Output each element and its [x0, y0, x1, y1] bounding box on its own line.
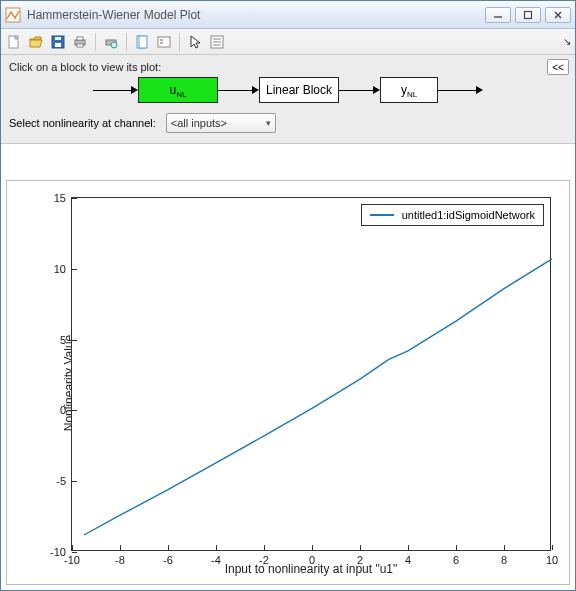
legend[interactable]: untitled1:idSigmoidNetwork: [361, 204, 544, 226]
tile-icon[interactable]: [133, 33, 151, 51]
block-y-nl[interactable]: yNL: [380, 77, 438, 103]
panel-hint: Click on a block to view its plot:: [9, 61, 567, 73]
toolbar-separator: [179, 33, 180, 51]
arrow-mid2: [339, 86, 380, 94]
block-y-nl-label: yNL: [401, 83, 417, 97]
arrow-in: [93, 86, 138, 94]
arrow-out: [438, 86, 483, 94]
y-tick-label: 0: [60, 404, 72, 416]
arrow-mid1: [218, 86, 259, 94]
y-tick-label: 15: [54, 192, 72, 204]
plot-frame: Nonlinearity Value untitled1:idSigmoidNe…: [6, 180, 570, 585]
channel-select-label: Select nonlinearity at channel:: [9, 117, 156, 129]
svg-rect-9: [55, 37, 61, 40]
collapse-button[interactable]: <<: [547, 59, 569, 75]
chevron-down-icon: ▾: [266, 118, 271, 128]
legend-toggle-icon[interactable]: [155, 33, 173, 51]
new-file-icon[interactable]: [5, 33, 23, 51]
plot-area[interactable]: untitled1:idSigmoidNetwork -10-5051015-1…: [71, 197, 551, 551]
svg-point-14: [111, 42, 117, 48]
window-buttons: [485, 7, 571, 23]
save-icon[interactable]: [49, 33, 67, 51]
app-icon: [5, 7, 21, 23]
channel-select[interactable]: <all inputs> ▾: [166, 113, 276, 133]
y-tick-label: -5: [56, 475, 72, 487]
open-file-icon[interactable]: [27, 33, 45, 51]
block-panel: Click on a block to view its plot: << uN…: [1, 55, 575, 144]
svg-rect-17: [158, 37, 170, 47]
titlebar: Hammerstein-Wiener Model Plot: [1, 1, 575, 29]
y-tick-label: 10: [54, 263, 72, 275]
svg-rect-11: [77, 37, 83, 40]
print-preview-icon[interactable]: [102, 33, 120, 51]
toolbar-gripper-icon: ↘: [563, 36, 571, 47]
minimize-button[interactable]: [485, 7, 511, 23]
legend-swatch: [370, 214, 394, 216]
svg-rect-8: [55, 43, 61, 47]
toolbar-separator: [95, 33, 96, 51]
block-diagram: uNL Linear Block yNL: [9, 77, 567, 103]
svg-rect-16: [139, 36, 147, 48]
print-icon[interactable]: [71, 33, 89, 51]
y-tick-label: 5: [60, 334, 72, 346]
block-u-nl-label: uNL: [170, 83, 187, 97]
channel-select-row: Select nonlinearity at channel: <all inp…: [9, 113, 567, 133]
toolbar: ↘: [1, 29, 575, 55]
window-title: Hammerstein-Wiener Model Plot: [27, 8, 485, 22]
x-axis-label: Input to nonlinearity at input "u1": [71, 562, 551, 576]
legend-label: untitled1:idSigmoidNetwork: [402, 209, 535, 221]
block-linear-label: Linear Block: [266, 83, 332, 97]
svg-rect-2: [525, 11, 532, 18]
svg-rect-12: [77, 44, 83, 47]
plot-line-svg: [72, 198, 552, 552]
block-u-nl[interactable]: uNL: [138, 77, 218, 103]
toolbar-separator: [126, 33, 127, 51]
maximize-button[interactable]: [515, 7, 541, 23]
pointer-icon[interactable]: [186, 33, 204, 51]
block-linear[interactable]: Linear Block: [259, 77, 339, 103]
close-button[interactable]: [545, 7, 571, 23]
channel-select-value: <all inputs>: [171, 117, 227, 129]
properties-icon[interactable]: [208, 33, 226, 51]
